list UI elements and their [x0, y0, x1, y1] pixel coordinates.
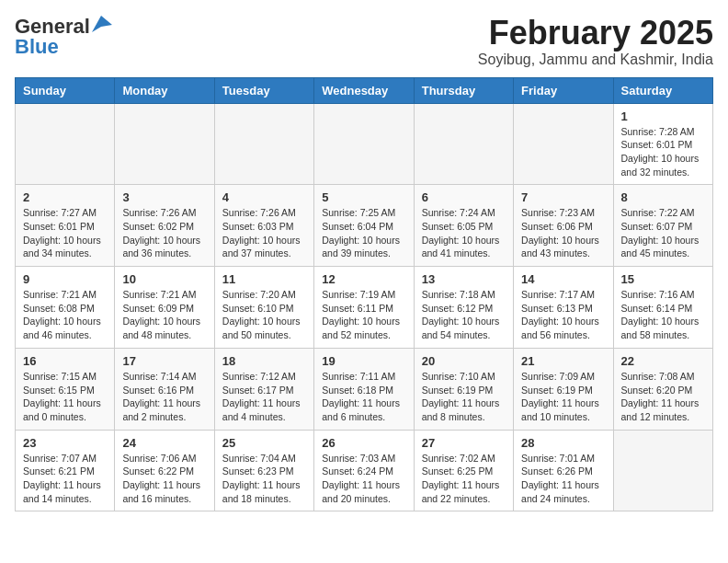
calendar-cell: 2Sunrise: 7:27 AM Sunset: 6:01 PM Daylig… [16, 185, 115, 267]
day-info: Sunrise: 7:22 AM Sunset: 6:07 PM Dayligh… [621, 206, 705, 260]
calendar-header-row: SundayMondayTuesdayWednesdayThursdayFrid… [16, 77, 713, 103]
calendar-cell [314, 103, 414, 185]
day-info: Sunrise: 7:06 AM Sunset: 6:22 PM Dayligh… [122, 452, 206, 506]
svg-marker-0 [92, 16, 112, 32]
calendar-cell: 18Sunrise: 7:12 AM Sunset: 6:17 PM Dayli… [214, 348, 313, 430]
calendar-cell: 25Sunrise: 7:04 AM Sunset: 6:23 PM Dayli… [214, 430, 313, 511]
day-info: Sunrise: 7:28 AM Sunset: 6:01 PM Dayligh… [621, 125, 705, 179]
calendar-cell: 19Sunrise: 7:11 AM Sunset: 6:18 PM Dayli… [314, 348, 414, 430]
day-number: 22 [621, 354, 705, 368]
day-info: Sunrise: 7:26 AM Sunset: 6:02 PM Dayligh… [122, 206, 206, 260]
day-number: 27 [422, 436, 506, 450]
calendar-cell: 8Sunrise: 7:22 AM Sunset: 6:07 PM Daylig… [613, 185, 712, 267]
day-info: Sunrise: 7:17 AM Sunset: 6:13 PM Dayligh… [521, 288, 605, 342]
day-number: 12 [322, 272, 405, 286]
calendar-table: SundayMondayTuesdayWednesdayThursdayFrid… [15, 77, 713, 512]
day-info: Sunrise: 7:27 AM Sunset: 6:01 PM Dayligh… [23, 206, 107, 260]
day-number: 15 [621, 272, 705, 286]
day-header-tuesday: Tuesday [214, 77, 313, 103]
day-number: 25 [222, 436, 306, 450]
title-block: February 2025 Soyibug, Jammu and Kashmir… [478, 15, 713, 68]
calendar-week-row: 1Sunrise: 7:28 AM Sunset: 6:01 PM Daylig… [16, 103, 713, 185]
day-number: 17 [122, 354, 206, 368]
calendar-cell: 23Sunrise: 7:07 AM Sunset: 6:21 PM Dayli… [16, 430, 115, 511]
day-number: 28 [521, 436, 605, 450]
day-info: Sunrise: 7:11 AM Sunset: 6:18 PM Dayligh… [322, 370, 405, 424]
day-number: 21 [521, 354, 605, 368]
day-number: 11 [222, 272, 306, 286]
day-info: Sunrise: 7:25 AM Sunset: 6:04 PM Dayligh… [322, 206, 405, 260]
day-info: Sunrise: 7:20 AM Sunset: 6:10 PM Dayligh… [222, 288, 306, 342]
day-number: 13 [422, 272, 506, 286]
logo: General Blue [15, 15, 112, 59]
day-info: Sunrise: 7:19 AM Sunset: 6:11 PM Dayligh… [322, 288, 405, 342]
day-info: Sunrise: 7:03 AM Sunset: 6:24 PM Dayligh… [322, 452, 405, 506]
day-info: Sunrise: 7:18 AM Sunset: 6:12 PM Dayligh… [422, 288, 506, 342]
day-number: 24 [122, 436, 206, 450]
logo-bird-icon [92, 16, 112, 34]
day-number: 20 [422, 354, 506, 368]
calendar-cell: 5Sunrise: 7:25 AM Sunset: 6:04 PM Daylig… [314, 185, 414, 267]
calendar-cell: 6Sunrise: 7:24 AM Sunset: 6:05 PM Daylig… [414, 185, 513, 267]
day-info: Sunrise: 7:23 AM Sunset: 6:06 PM Dayligh… [521, 206, 605, 260]
day-header-friday: Friday [514, 77, 613, 103]
calendar-cell [214, 103, 313, 185]
day-info: Sunrise: 7:15 AM Sunset: 6:15 PM Dayligh… [23, 370, 107, 424]
day-header-saturday: Saturday [613, 77, 712, 103]
day-info: Sunrise: 7:21 AM Sunset: 6:08 PM Dayligh… [23, 288, 107, 342]
day-number: 14 [521, 272, 605, 286]
day-info: Sunrise: 7:12 AM Sunset: 6:17 PM Dayligh… [222, 370, 306, 424]
calendar-cell: 26Sunrise: 7:03 AM Sunset: 6:24 PM Dayli… [314, 430, 414, 511]
day-number: 8 [621, 190, 705, 204]
calendar-cell: 3Sunrise: 7:26 AM Sunset: 6:02 PM Daylig… [115, 185, 214, 267]
day-info: Sunrise: 7:16 AM Sunset: 6:14 PM Dayligh… [621, 288, 705, 342]
calendar-cell: 1Sunrise: 7:28 AM Sunset: 6:01 PM Daylig… [613, 103, 712, 185]
day-info: Sunrise: 7:09 AM Sunset: 6:19 PM Dayligh… [521, 370, 605, 424]
calendar-week-row: 2Sunrise: 7:27 AM Sunset: 6:01 PM Daylig… [16, 185, 713, 267]
calendar-week-row: 23Sunrise: 7:07 AM Sunset: 6:21 PM Dayli… [16, 430, 713, 511]
calendar-cell: 17Sunrise: 7:14 AM Sunset: 6:16 PM Dayli… [115, 348, 214, 430]
day-number: 16 [23, 354, 107, 368]
calendar-week-row: 16Sunrise: 7:15 AM Sunset: 6:15 PM Dayli… [16, 348, 713, 430]
day-number: 1 [621, 109, 705, 123]
calendar-cell [613, 430, 712, 511]
calendar-cell: 12Sunrise: 7:19 AM Sunset: 6:11 PM Dayli… [314, 267, 414, 349]
calendar-week-row: 9Sunrise: 7:21 AM Sunset: 6:08 PM Daylig… [16, 267, 713, 349]
calendar-cell: 24Sunrise: 7:06 AM Sunset: 6:22 PM Dayli… [115, 430, 214, 511]
calendar-cell: 11Sunrise: 7:20 AM Sunset: 6:10 PM Dayli… [214, 267, 313, 349]
day-number: 3 [122, 190, 206, 204]
calendar-cell: 28Sunrise: 7:01 AM Sunset: 6:26 PM Dayli… [514, 430, 613, 511]
calendar-cell: 15Sunrise: 7:16 AM Sunset: 6:14 PM Dayli… [613, 267, 712, 349]
day-info: Sunrise: 7:26 AM Sunset: 6:03 PM Dayligh… [222, 206, 306, 260]
day-info: Sunrise: 7:21 AM Sunset: 6:09 PM Dayligh… [122, 288, 206, 342]
day-number: 6 [422, 190, 506, 204]
day-header-monday: Monday [115, 77, 214, 103]
day-number: 26 [322, 436, 405, 450]
calendar-cell: 20Sunrise: 7:10 AM Sunset: 6:19 PM Dayli… [414, 348, 513, 430]
day-number: 7 [521, 190, 605, 204]
day-info: Sunrise: 7:24 AM Sunset: 6:05 PM Dayligh… [422, 206, 506, 260]
day-info: Sunrise: 7:08 AM Sunset: 6:20 PM Dayligh… [621, 370, 705, 424]
day-info: Sunrise: 7:01 AM Sunset: 6:26 PM Dayligh… [521, 452, 605, 506]
calendar-cell: 16Sunrise: 7:15 AM Sunset: 6:15 PM Dayli… [16, 348, 115, 430]
day-info: Sunrise: 7:02 AM Sunset: 6:25 PM Dayligh… [422, 452, 506, 506]
calendar-cell [115, 103, 214, 185]
calendar-cell [16, 103, 115, 185]
calendar-title: February 2025 [478, 15, 713, 52]
day-header-thursday: Thursday [414, 77, 513, 103]
calendar-cell: 27Sunrise: 7:02 AM Sunset: 6:25 PM Dayli… [414, 430, 513, 511]
calendar-subtitle: Soyibug, Jammu and Kashmir, India [478, 52, 713, 68]
calendar-cell: 14Sunrise: 7:17 AM Sunset: 6:13 PM Dayli… [514, 267, 613, 349]
day-number: 2 [23, 190, 107, 204]
day-header-wednesday: Wednesday [314, 77, 414, 103]
day-number: 4 [222, 190, 306, 204]
day-number: 19 [322, 354, 405, 368]
day-header-sunday: Sunday [16, 77, 115, 103]
calendar-cell: 22Sunrise: 7:08 AM Sunset: 6:20 PM Dayli… [613, 348, 712, 430]
day-number: 23 [23, 436, 107, 450]
calendar-cell [514, 103, 613, 185]
calendar-cell: 13Sunrise: 7:18 AM Sunset: 6:12 PM Dayli… [414, 267, 513, 349]
page-header: General Blue February 2025 Soyibug, Jamm… [15, 15, 713, 68]
day-info: Sunrise: 7:14 AM Sunset: 6:16 PM Dayligh… [122, 370, 206, 424]
day-number: 5 [322, 190, 405, 204]
